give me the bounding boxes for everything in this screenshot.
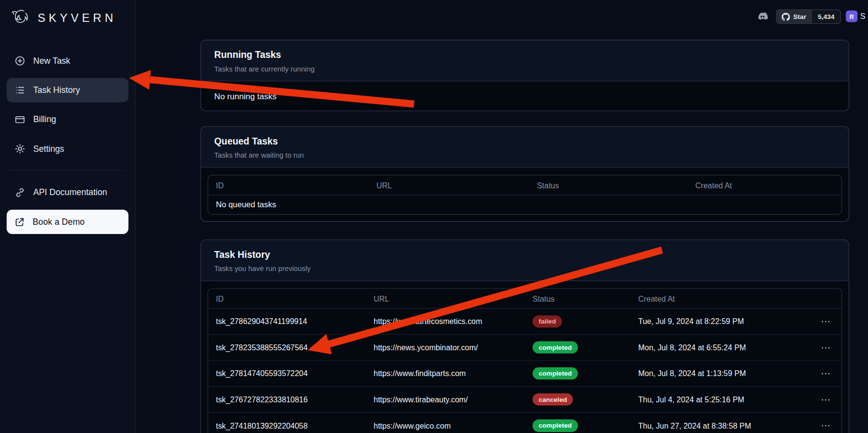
task-url: https://www.tartecosmetics.com <box>374 317 533 326</box>
sidebar-item-label: Billing <box>33 114 56 124</box>
task-row[interactable]: tsk_278147405593572204 https://www.findi… <box>208 361 842 386</box>
row-actions-button[interactable]: ⋯ <box>817 393 833 406</box>
sidebar-nav: New Task Task History Billing <box>0 35 135 234</box>
task-url: https://news.ycombinator.com/ <box>374 343 533 352</box>
column-header-url: URL <box>374 294 533 303</box>
column-header-id: ID <box>216 180 376 189</box>
task-row[interactable]: tsk_276727822333810816 https://www.tirab… <box>208 387 842 413</box>
task-id: tsk_276727822333810816 <box>216 395 373 404</box>
external-link-icon <box>15 216 25 227</box>
sidebar-item-label: Book a Demo <box>33 217 85 227</box>
card-title: Running Tasks <box>214 50 835 61</box>
running-tasks-card: Running Tasks Tasks that are currently r… <box>201 40 850 111</box>
task-history-header: Task History Tasks you have run previous… <box>201 240 849 281</box>
table-header-row: ID URL Status Created At <box>208 289 842 309</box>
link-icon <box>15 187 26 198</box>
github-star-label: Star <box>793 13 806 20</box>
row-actions-button[interactable]: ⋯ <box>817 419 833 433</box>
sidebar-item-task-history[interactable]: Task History <box>7 78 129 102</box>
task-created-at: Mon, Jul 8, 2024 at 6:55:24 PM <box>638 343 807 352</box>
gear-icon <box>15 144 26 155</box>
status-badge: failed <box>533 315 562 327</box>
book-a-demo-button[interactable]: Book a Demo <box>7 210 129 234</box>
sidebar-item-settings[interactable]: Settings <box>7 137 129 161</box>
card-title: Task History <box>214 250 835 261</box>
task-url: https://www.tirabeauty.com/ <box>374 395 533 404</box>
username-partial: S <box>860 12 866 20</box>
sidebar-item-api-documentation[interactable]: API Documentation <box>7 180 129 205</box>
list-icon <box>15 85 26 96</box>
queued-tasks-empty-state: No queued tasks <box>208 195 842 214</box>
sidebar-item-label: Settings <box>33 144 64 154</box>
sidebar-item-label: New Task <box>33 56 70 66</box>
sidebar-item-label: API Documentation <box>33 187 107 197</box>
task-created-at: Thu, Jul 4, 2024 at 5:25:16 PM <box>638 395 807 404</box>
column-header-id: ID <box>216 294 373 303</box>
sidebar-divider <box>11 170 124 170</box>
discord-icon[interactable] <box>755 10 770 25</box>
task-url: https://www.finditparts.com <box>374 369 533 378</box>
card-subtitle: Tasks that are currently running <box>214 65 835 73</box>
queued-tasks-header: Queued Tasks Tasks that are waiting to r… <box>201 126 849 167</box>
task-id: tsk_278147405593572204 <box>216 369 373 378</box>
user-avatar[interactable]: R <box>846 11 857 22</box>
sidebar: SKYVERN New Task Task History <box>0 0 136 433</box>
column-header-created: Created At <box>638 294 807 303</box>
status-badge: completed <box>533 341 578 353</box>
running-tasks-header: Running Tasks Tasks that are currently r… <box>201 40 849 81</box>
table-header-row: ID URL Status Created At <box>208 175 842 195</box>
skyvern-dragon-icon <box>10 8 32 29</box>
credit-card-icon <box>15 114 26 125</box>
column-header-created: Created At <box>695 180 833 189</box>
running-tasks-empty-state: No running tasks <box>201 81 849 110</box>
app-window: SKYVERN New Task Task History <box>0 0 868 433</box>
task-row[interactable]: tsk_278629043741199914 https://www.tarte… <box>208 309 842 335</box>
task-created-at: Thu, Jun 27, 2024 at 8:38:58 PM <box>638 421 807 430</box>
row-actions-button[interactable]: ⋯ <box>817 366 833 380</box>
sidebar-item-new-task[interactable]: New Task <box>7 49 129 73</box>
column-header-status: Status <box>533 294 638 303</box>
task-history-table: ID URL Status Created At tsk_27862904374… <box>207 288 842 433</box>
status-badge: completed <box>533 419 578 432</box>
card-title: Queued Tasks <box>214 136 835 147</box>
task-id: tsk_274180139292204058 <box>216 421 373 430</box>
github-octocat-icon <box>782 13 790 21</box>
task-row[interactable]: tsk_278235388555267564 https://news.ycom… <box>208 335 842 361</box>
task-url: https://www.geico.com <box>374 421 533 430</box>
task-id: tsk_278235388555267564 <box>216 343 373 352</box>
sidebar-item-billing[interactable]: Billing <box>7 108 129 132</box>
github-star-count: 5,434 <box>812 10 840 23</box>
github-star-segment: Star <box>776 10 812 23</box>
task-history-card: Task History Tasks you have run previous… <box>201 239 850 433</box>
sidebar-item-label: Task History <box>33 85 80 95</box>
queued-tasks-table: ID URL Status Created At No queued tasks <box>207 175 842 215</box>
status-badge: completed <box>533 367 578 379</box>
task-created-at: Mon, Jul 8, 2024 at 1:13:59 PM <box>638 369 807 378</box>
task-created-at: Tue, Jul 9, 2024 at 8:22:59 PM <box>638 317 807 326</box>
column-header-url: URL <box>376 180 537 189</box>
queued-tasks-card: Queued Tasks Tasks that are waiting to r… <box>201 126 850 222</box>
brand-wordmark: SKYVERN <box>37 12 116 25</box>
column-header-status: Status <box>537 180 695 189</box>
avatar-initial: R <box>850 13 854 20</box>
brand-logo[interactable]: SKYVERN <box>0 0 135 35</box>
card-subtitle: Tasks you have run previously <box>214 265 835 273</box>
status-badge: canceled <box>533 393 573 405</box>
card-subtitle: Tasks that are waiting to run <box>214 151 835 159</box>
row-actions-button[interactable]: ⋯ <box>817 341 833 354</box>
github-star-button[interactable]: Star 5,434 <box>776 9 841 24</box>
row-actions-button[interactable]: ⋯ <box>817 314 833 328</box>
task-id: tsk_278629043741199914 <box>216 317 373 326</box>
task-row[interactable]: tsk_274180139292204058 https://www.geico… <box>208 413 842 433</box>
plus-circle-icon <box>15 55 26 67</box>
